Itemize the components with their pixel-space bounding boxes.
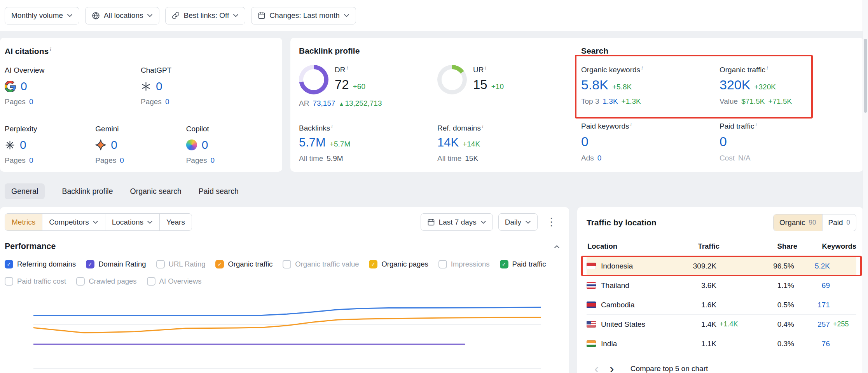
table-row-indonesia[interactable]: Indonesia 309.2K 96.5% 5.2K [587, 256, 856, 275]
checkbox-icon: ✓ [76, 277, 85, 286]
ads-value-link[interactable]: 0 [597, 154, 602, 162]
checkbox-icon: ✓ [500, 260, 508, 268]
paid-keywords-value-link[interactable]: 0 [581, 134, 589, 149]
info-icon: i [485, 65, 486, 71]
best-links-dropdown[interactable]: Best links: Off [165, 7, 245, 24]
competitors-dropdown[interactable]: Competitors [42, 214, 105, 230]
checkbox-icon: ✓ [5, 260, 13, 268]
tab-organic-search[interactable]: Organic search [130, 183, 182, 199]
changes-dropdown[interactable]: Changes: Last month [251, 7, 356, 24]
table-row-india[interactable]: India 1.1K 0.3% 76 [587, 334, 856, 353]
checkbox-crawled-pages[interactable]: ✓Crawled pages [76, 277, 136, 286]
backlinks-metric: Backlinksi 5.7M+5.7M All time5.9M [299, 123, 437, 163]
metric-checkbox-row-1: ✓Referring domains ✓Domain Rating ✓URL R… [5, 260, 560, 268]
united-states-flag-icon [587, 321, 596, 328]
checkbox-ai-overviews[interactable]: ✓AI Overviews [147, 277, 202, 286]
ur-delta: +10 [491, 82, 504, 91]
thailand-flag-icon [587, 282, 596, 289]
copilot-pages-link[interactable]: 0 [211, 156, 215, 164]
vertical-scrollbar[interactable] [863, 0, 868, 373]
keywords-link[interactable]: 76 [794, 340, 830, 348]
ref-domains-value-link[interactable]: 14K [437, 136, 459, 150]
info-icon: i [346, 65, 348, 71]
traffic-by-location-title: Traffic by location [587, 218, 657, 227]
dr-value: 72 [335, 77, 349, 92]
keywords-link[interactable]: 257 [794, 320, 830, 329]
chevron-down-icon [147, 14, 153, 17]
organic-toggle-button[interactable]: Organic 90 [774, 214, 822, 231]
chatgpt-icon [141, 81, 151, 92]
checkbox-impressions[interactable]: ✓Impressions [438, 260, 490, 268]
table-row-thailand[interactable]: Thailand 3.6K 1.1% 69 [587, 275, 856, 295]
checkbox-paid-traffic[interactable]: ✓Paid traffic [500, 260, 546, 268]
ai-overview-count[interactable]: 0 [21, 80, 27, 93]
chatgpt-count[interactable]: 0 [156, 80, 162, 93]
table-footer: ‹ › Compare top 5 on chart [587, 363, 856, 373]
checkbox-icon: ✓ [215, 260, 224, 268]
checkbox-icon: ✓ [156, 260, 165, 268]
tab-general[interactable]: General [5, 183, 45, 199]
checkbox-referring-domains[interactable]: ✓Referring domains [5, 260, 76, 268]
monthly-volume-dropdown[interactable]: Monthly volume [5, 7, 79, 24]
checkbox-organic-traffic-value[interactable]: ✓Organic traffic value [283, 260, 359, 268]
search-section: Search Organic keywordsi 5.8K+5.8K Top 3… [581, 46, 863, 172]
chart-mode-segmented-control: Metrics Competitors Locations Years [5, 213, 192, 231]
table-row-cambodia[interactable]: Cambodia 1.6K 0.5% 171 [587, 295, 856, 314]
copilot-count[interactable]: 0 [202, 138, 208, 152]
search-title: Search [581, 46, 863, 56]
checkbox-paid-traffic-cost[interactable]: ✓Paid traffic cost [5, 277, 66, 286]
google-icon [5, 81, 16, 92]
previous-page-button[interactable]: ‹ [589, 363, 604, 373]
ai-citations-card: AI citationsi AI Overview [0, 38, 282, 172]
keywords-link[interactable]: 5.2K [794, 262, 830, 270]
organic-traffic-value-link[interactable]: 320K [720, 77, 750, 92]
granularity-dropdown[interactable]: Daily [498, 213, 538, 231]
top-toolbar: Monthly volume All locations Best links:… [0, 0, 868, 31]
locations-dropdown[interactable]: All locations [85, 7, 159, 24]
monthly-volume-label: Monthly volume [11, 11, 63, 20]
checkbox-icon: ✓ [369, 260, 377, 268]
perplexity-count[interactable]: 0 [20, 138, 26, 152]
top3-value-link[interactable]: 1.3K [603, 97, 618, 106]
tab-paid-search[interactable]: Paid search [199, 183, 239, 199]
ai-item-perplexity: Perplexity 0 Pages0 [5, 125, 95, 165]
next-page-button[interactable]: › [604, 363, 619, 373]
locations-chart-dropdown[interactable]: Locations [105, 214, 159, 230]
ar-value-link[interactable]: 73,157 [313, 99, 335, 108]
perplexity-pages-link[interactable]: 0 [29, 156, 33, 164]
backlinks-value-link[interactable]: 5.7M [299, 136, 326, 150]
checkbox-organic-pages[interactable]: ✓Organic pages [369, 260, 428, 268]
checkbox-domain-rating[interactable]: ✓Domain Rating [86, 260, 146, 268]
organic-keywords-value-link[interactable]: 5.8K [581, 77, 608, 92]
ref-domains-metric: Ref. domainsi 14K+14K All time15K [437, 123, 576, 163]
paid-traffic-value-link[interactable]: 0 [720, 134, 727, 149]
keywords-link[interactable]: 69 [794, 281, 830, 290]
checkbox-organic-traffic[interactable]: ✓Organic traffic [215, 260, 272, 268]
best-links-label: Best links: Off [183, 11, 229, 20]
organic-paid-toggle: Organic 90 Paid 0 [773, 214, 856, 231]
gemini-count[interactable]: 0 [111, 138, 117, 152]
checkbox-url-rating[interactable]: ✓URL Rating [156, 260, 206, 268]
chatgpt-pages-link[interactable]: 0 [165, 98, 169, 106]
info-icon: i [767, 65, 768, 71]
tab-backlink-profile[interactable]: Backlink profile [62, 183, 113, 199]
date-range-dropdown[interactable]: Last 7 days [421, 213, 493, 231]
chevron-down-icon [480, 220, 486, 224]
keywords-link[interactable]: 171 [794, 301, 830, 309]
gemini-pages-link[interactable]: 0 [120, 156, 124, 164]
table-header: Location Traffic Share Keywords [587, 242, 856, 256]
table-row-united-states[interactable]: United States 1.4K +1.4K 0.4% 257 +255 [587, 314, 856, 334]
dr-delta: +60 [353, 82, 365, 91]
paid-toggle-button[interactable]: Paid 0 [822, 214, 856, 231]
scrollbar-thumb[interactable] [864, 39, 867, 113]
ur-metric: URi 15+10 [437, 65, 576, 108]
performance-line-chart[interactable] [33, 295, 541, 373]
years-button[interactable]: Years [159, 214, 192, 230]
ai-overview-pages-link[interactable]: 0 [29, 98, 33, 106]
metrics-button[interactable]: Metrics [5, 214, 42, 230]
more-options-button[interactable]: ⋮ [543, 217, 560, 227]
performance-card: Metrics Competitors Locations Years [0, 207, 569, 373]
checkbox-icon: ✓ [147, 277, 155, 286]
globe-icon [92, 12, 100, 20]
collapse-icon[interactable] [554, 245, 560, 249]
